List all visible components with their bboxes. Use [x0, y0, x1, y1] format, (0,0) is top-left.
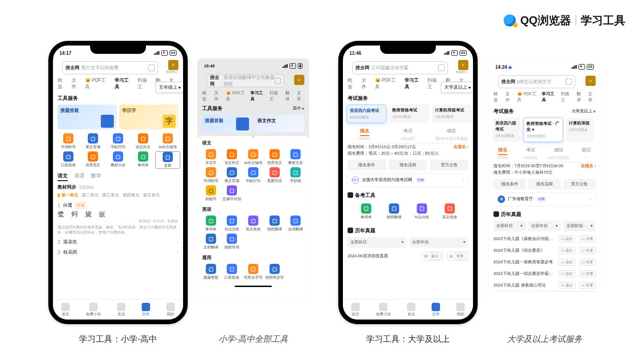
vip-icon[interactable]: V	[294, 75, 304, 85]
card-souti[interactable]: 搜题答疑	[58, 104, 117, 130]
tool-语文作文[interactable]: ▢语文作文	[131, 133, 156, 150]
exam-card[interactable]: 计算机等级考试1月9日报名	[432, 104, 472, 123]
stage-tab[interactable]: 报名	[343, 128, 386, 136]
subtab-chinese[interactable]: 语文	[58, 172, 68, 181]
tool-拍照同步学[interactable]: ▢拍照同步学	[264, 264, 285, 280]
filter-select[interactable]: 全部年份▾	[528, 221, 560, 231]
tool-易错字[interactable]: ▢易错字	[200, 185, 222, 202]
scan-icon[interactable]	[438, 65, 445, 71]
card-souti[interactable]: 搜题答疑	[202, 115, 252, 132]
tool-AI作文辅导[interactable]: ▢AI作文辅导	[243, 149, 264, 165]
tool-单词本[interactable]: ▢单词本	[352, 203, 380, 220]
scan-icon[interactable]	[565, 78, 572, 85]
scan-icon[interactable]	[148, 65, 155, 71]
tab-scan[interactable]: 扫描王	[138, 77, 151, 90]
nav-我的[interactable]: 我的	[166, 303, 175, 317]
exam-card[interactable]: 计算机等级1月9日报名	[566, 117, 594, 142]
tool-课文背诵[interactable]: ▢课文背诵	[81, 133, 106, 150]
tool-AI作文辅导[interactable]: ▢AI作文辅导	[155, 133, 180, 150]
unit-1[interactable]: ▮ 第一单元	[58, 192, 78, 198]
nav-首页[interactable]: 首页	[61, 303, 70, 317]
paper-row[interactable]: 2024下幼儿园《综合素质》 ▤ 题目▤ 答案	[489, 245, 600, 256]
act-answers[interactable]: ▤ 答案	[447, 252, 468, 261]
lesson-luohuasheng[interactable]: 2落花生 ›	[53, 237, 183, 247]
tool-字词听写[interactable]: ▢字词听写	[200, 167, 222, 183]
paper-row[interactable]: 2024.06英语四级真题 ▤ 题目 ▤ 答案	[343, 249, 473, 263]
lesson-bailu[interactable]: 1 白鹭 背诵 ›	[53, 200, 183, 210]
tool-学汉字[interactable]: ▢学汉字	[200, 149, 222, 165]
tool-口算批改[interactable]: ▢口算批改	[222, 264, 243, 280]
nav-首页[interactable]: 首页	[351, 303, 360, 317]
scan-icon[interactable]	[275, 78, 281, 84]
paper-row[interactable]: 2024下幼儿园一保教简答题必考 ▤ 题目▤ 答案	[489, 256, 600, 268]
tool-素材大全[interactable]: ▢素材大全	[285, 149, 306, 165]
tool-优秀范文[interactable]: ▢优秀范文	[81, 151, 106, 169]
grade-selector[interactable]: 高中 ▾	[293, 105, 304, 111]
nav-直达[interactable]: 直达	[407, 303, 415, 317]
search-input[interactable]: 搜全网 公司团建活动方案	[352, 61, 448, 74]
tool-单词本[interactable]: ▢单词本	[200, 215, 222, 232]
vip-badge[interactable]: V 权益中心	[165, 60, 178, 74]
exam-card[interactable]: 英语四六级考试3月8日报名	[347, 104, 387, 123]
stage-tab[interactable]: 成绩	[430, 128, 473, 136]
tool-语文作文[interactable]: ▢语文作文	[222, 149, 243, 165]
grade-selector[interactable]: 大学及以上▾	[441, 82, 474, 93]
tool-看图写话[interactable]: ▢看图写话	[264, 167, 285, 183]
nav-我的[interactable]: 我的	[456, 303, 465, 317]
tool-口算批改[interactable]: ▢口算批改	[56, 151, 81, 169]
tool-素材大全[interactable]: ▢素材大全	[105, 151, 131, 169]
card-hanzi[interactable]: 学汉字字	[119, 104, 178, 130]
card-zuowen[interactable]: 语文作文	[255, 115, 304, 132]
filter-select[interactable]: 全部年份▾	[409, 237, 468, 248]
tool-拍照翻译[interactable]: ▢拍照翻译	[380, 203, 408, 220]
tool-课文背诵[interactable]: ▢课文背诵	[222, 167, 243, 183]
tool-单词本[interactable]: ▢单词本	[131, 151, 156, 169]
unit-2[interactable]: 第二单元	[82, 192, 99, 198]
tool-字词听写[interactable]: ▢字词听写	[56, 133, 81, 150]
filter-select[interactable]: 全部科目▾	[348, 237, 407, 248]
subtab-math[interactable]: 数学	[91, 172, 101, 181]
grade-selector[interactable]: 大学及以上 ▾	[572, 108, 596, 114]
filter-select[interactable]: 全部科目▾	[493, 221, 526, 231]
unit-4[interactable]: 第四单元	[123, 192, 139, 198]
paper-row[interactable]: 2024下幼儿园 保教核心写论 ▤ 题目▤ 答案	[489, 280, 600, 291]
unit-3[interactable]: 第三单元	[102, 192, 119, 198]
stage-tab[interactable]: 报名	[489, 147, 517, 155]
tab-featured[interactable]: 精选	[58, 77, 67, 90]
tool-文档翻译[interactable]: ▢文档翻译	[200, 234, 222, 250]
stage-tab[interactable]: 面试	[572, 147, 600, 155]
search-input[interactable]: 搜全网 pdf怎么复制文字	[498, 75, 575, 88]
tool-生僻字识别[interactable]: ▢生僻字识别	[222, 185, 243, 202]
grade-selector[interactable]: 五年级上▾	[156, 82, 184, 93]
tool-拍照导词[interactable]: ▢拍照导词	[222, 234, 243, 250]
tool-搜题答疑[interactable]: ▢搜题答疑	[200, 264, 222, 280]
tool-手抄报[interactable]: ▢手抄报	[285, 167, 306, 183]
info-button[interactable]: 报名流程	[389, 160, 427, 170]
vip-badge[interactable]: V权益中心	[455, 60, 468, 74]
info-button[interactable]: 报名条件	[493, 179, 526, 189]
paper-row[interactable]: 2024下幼儿园一综合素质学霸笔记 ▤ 题目▤ 答案	[489, 268, 600, 280]
nav-文件[interactable]: 文件	[432, 303, 440, 317]
official-site-link[interactable]: 粤 广东省教育厅官网 ›	[493, 192, 596, 206]
tool-句法分析[interactable]: ▢句法分析	[408, 203, 436, 220]
tool-优秀范文[interactable]: ▢优秀范文	[264, 149, 285, 165]
search-input[interactable]: 搜全网 英语在线翻译中文转换器拍照	[207, 74, 284, 87]
nav-文件[interactable]: 文件	[142, 303, 150, 317]
stage-tab[interactable]: 考试	[517, 147, 545, 155]
tool-英文批改[interactable]: ▢英文批改	[436, 203, 464, 220]
stage-tab[interactable]: 成绩	[545, 147, 572, 155]
paper-row[interactable]: 2023下幼儿园《保教知识与能力》 ▤ 题目▤ 答案	[489, 233, 600, 245]
tool-英文批改[interactable]: ▢英文批改	[243, 215, 264, 232]
info-button[interactable]: 官方公告	[564, 179, 596, 189]
vip-icon[interactable]: V	[585, 76, 596, 86]
lesson-guihuayu[interactable]: 3桂花雨 ›	[53, 247, 183, 257]
exam-card[interactable]: 教师资格考试 · 广东 ▾7月5日报名	[523, 117, 563, 142]
unit-5[interactable]: 第五单元	[143, 192, 160, 198]
go-signup-button[interactable]: 去报名 ›	[581, 163, 596, 169]
tool-拍照翻译[interactable]: ▢拍照翻译	[264, 215, 285, 232]
act-questions[interactable]: ▤ 题目	[422, 252, 443, 261]
tool-点词翻译[interactable]: ▢点词翻译	[285, 215, 306, 232]
subtab-english[interactable]: 英语	[74, 172, 85, 181]
search-input[interactable]: 搜全网 图片文字识别免费	[62, 61, 158, 74]
tab-pdf[interactable]: 😺 PDF工具	[85, 77, 110, 90]
